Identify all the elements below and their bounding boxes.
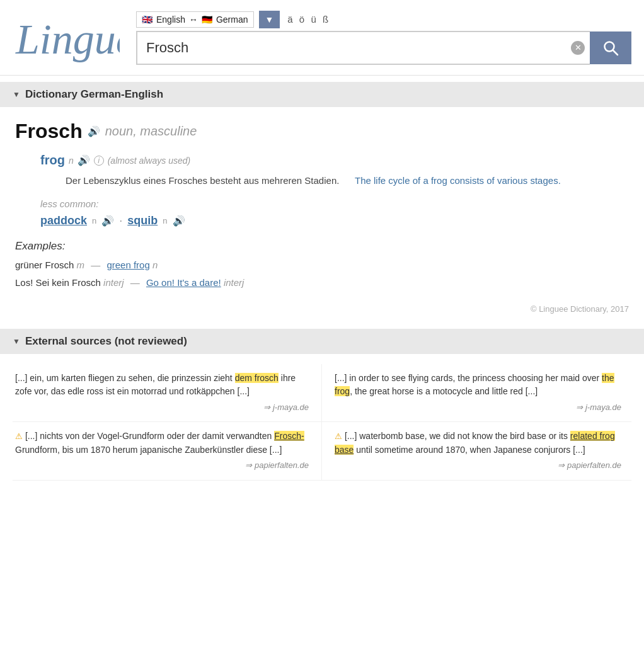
svg-line-2 [613,50,618,55]
ex1-en[interactable]: green frog [106,260,149,270]
headword-speaker-icon[interactable]: 🔊 [88,125,100,137]
ext2-en-before: [...] waterbomb base, we did not know th… [345,431,570,441]
alt-word-squib[interactable]: squib [127,214,158,227]
external-content: [...] ein, um karten fliegen zu sehen, d… [0,354,644,491]
ex2-en-grammar: interj [224,277,244,288]
headword-pos: noun, masculine [105,124,197,139]
search-input-wrap: ✕ [136,31,590,65]
examples-section: Examples: grüner Frosch m — green frog n… [15,240,629,299]
ext2-de-source[interactable]: papierfalten.de [15,459,309,472]
copyright: © Linguee Dictionary, 2017 [15,299,629,316]
ext1-de-source[interactable]: j-maya.de [15,401,309,414]
example-en-text: The life cycle of a frog consists of var… [355,174,629,188]
warning-icon-en: ⚠ [335,431,342,441]
dot-separator: · [119,214,122,227]
alt-pos-paddock: n [92,216,96,225]
primary-translation-word[interactable]: frog [40,153,65,168]
search-row: ✕ [136,31,631,65]
header: Linguee 🇬🇧 English ↔ 🇩🇪 German ▼ ä ö ü ß… [0,0,644,76]
special-chars: ä ö ü ß [287,14,330,25]
ext2-de-after: Grundform, bis um 1870 herum japanische … [15,445,282,455]
example-row: Der Lebenszyklus eines Frosches besteht … [66,174,629,188]
primary-translation-block: frog n 🔊 i (almost always used) Der Lebe… [40,153,629,188]
lang-bar: 🇬🇧 English ↔ 🇩🇪 German ▼ ä ö ü ß [136,11,631,28]
examples-label: Examples: [15,240,629,253]
ext2-en-source[interactable]: papierfalten.de [335,459,621,472]
ex1-en-grammar: n [152,260,158,270]
alt-translations: paddock n 🔊 · squib n 🔊 [40,214,629,227]
external-section-label: External sources (not reviewed) [25,335,187,348]
alt-word-paddock[interactable]: paddock [40,214,87,227]
ext1-en-source[interactable]: j-maya.de [335,401,621,414]
primary-translation-pos: n [69,156,74,166]
usage-note: (almost always used) [108,156,191,166]
language-selector[interactable]: 🇬🇧 English ↔ 🇩🇪 German [136,11,254,28]
flag-en: 🇬🇧 [142,14,152,25]
lang-from-label: English [156,14,185,25]
ex1-de-grammar: m [77,260,85,270]
example-line-2: Los! Sei kein Frosch interj — Go on! It'… [15,275,629,290]
ex2-en[interactable]: Go on! It's a dare! [146,277,221,288]
search-area: 🇬🇧 English ↔ 🇩🇪 German ▼ ä ö ü ß ✕ [136,11,631,65]
less-common-label: less common: [40,198,629,209]
ext1-en-before: [...] in order to see flying cards, the … [335,373,602,383]
search-input[interactable] [136,31,590,65]
ext-collapse-triangle-icon: ▼ [13,337,20,346]
ext1-de-highlight: dem frosch [235,373,279,383]
headword-pos-text: noun, masculine [105,124,197,138]
headword: Frosch [15,120,83,143]
external-sources-grid: [...] ein, um karten fliegen zu sehen, d… [13,364,631,481]
ext1-de-before: [...] ein, um karten fliegen zu sehen, d… [15,373,235,383]
arrow-icon: ↔ [189,14,198,25]
ext1-en-after: , the great horse is a motocycle and lit… [350,386,538,396]
svg-text:Linguee: Linguee [15,15,120,63]
translation-speaker-icon[interactable]: 🔊 [78,154,90,166]
word-title: Frosch 🔊 noun, masculine [15,120,629,143]
clear-button[interactable]: ✕ [571,41,585,55]
ex2-dash: — [130,277,140,288]
dictionary-section-header[interactable]: ▼ Dictionary German-English [0,82,644,107]
dictionary-section-label: Dictionary German-English [25,88,163,101]
primary-translation-main: frog n 🔊 i (almost always used) [40,153,629,168]
example-de-text: Der Lebenszyklus eines Frosches besteht … [66,174,340,188]
flag-de: 🇩🇪 [202,14,212,25]
example-line-1: grüner Frosch m — green frog n [15,258,629,273]
alt-pos-squib: n [163,216,167,225]
alt-speaker-squib[interactable]: 🔊 [173,215,185,227]
logo: Linguee [13,6,126,69]
ext-entry-2-en: ⚠ [...] waterbomb base, we did not know … [322,422,631,481]
search-button[interactable] [590,31,631,64]
lang-dropdown-button[interactable]: ▼ [259,11,280,28]
info-icon[interactable]: i [94,156,104,166]
dictionary-content: Frosch 🔊 noun, masculine frog n 🔊 i (alm… [0,107,644,322]
ex2-de: Los! Sei kein Frosch [15,277,101,288]
ext-entry-1-en: [...] in order to see flying cards, the … [322,364,631,423]
warning-icon-de: ⚠ [15,431,23,441]
ext2-de-highlight: Frosch- [274,431,304,441]
lang-to-label: German [216,14,248,25]
ext-entry-1-de: [...] ein, um karten fliegen zu sehen, d… [13,364,322,423]
ext2-de-before: [...] nichts von der Vogel-Grundform ode… [25,431,274,441]
ex1-de: grüner Frosch [15,260,74,270]
ex2-de-grammar: interj [103,277,124,288]
ext-entry-2-de: ⚠ [...] nichts von der Vogel-Grundform o… [13,422,322,481]
external-section-header[interactable]: ▼ External sources (not reviewed) [0,329,644,354]
ex1-dash: — [91,260,100,270]
collapse-triangle-icon: ▼ [13,90,20,99]
ext2-en-after: until sometime around 1870, when Japanes… [354,445,585,455]
alt-speaker-paddock[interactable]: 🔊 [101,215,114,227]
